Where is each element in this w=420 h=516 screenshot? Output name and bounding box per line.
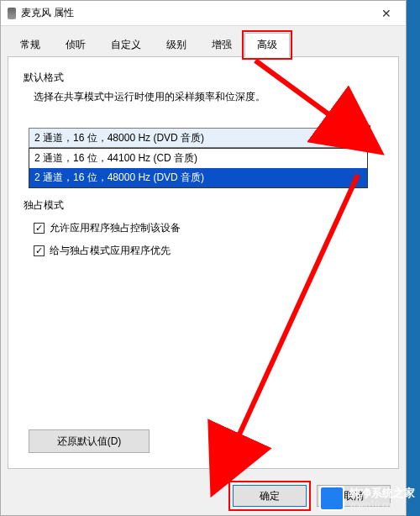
default-format-desc: 选择在共享模式中运行时使用的采样频率和位深度。 — [34, 90, 383, 104]
tab-advanced[interactable]: 高级 — [244, 33, 290, 57]
exclusive-priority-row: ✓ 给与独占模式应用程序优先 — [34, 244, 383, 258]
restore-defaults-button[interactable]: 还原默认值(D) — [29, 429, 150, 453]
exclusive-control-checkbox[interactable]: ✓ — [34, 223, 45, 234]
watermark-url: ycwin10.com — [349, 500, 415, 510]
sample-rate-selected: 2 通道，16 位，48000 Hz (DVD 音质) — [34, 131, 204, 145]
tab-listen[interactable]: 侦听 — [53, 33, 98, 56]
ok-button[interactable]: 确定 — [233, 485, 307, 507]
sample-rate-dropdown[interactable]: 2 通道，16 位，44100 Hz (CD 音质) 2 通道，16 位，480… — [29, 148, 368, 188]
watermark-logo-icon — [319, 486, 344, 511]
titlebar: 麦克风 属性 ✕ — [1, 1, 406, 26]
exclusive-control-label: 允许应用程序独占控制该设备 — [50, 221, 181, 235]
watermark-title: 纯净系统之家 — [349, 487, 415, 500]
chevron-down-icon[interactable]: ▾ — [350, 129, 367, 147]
sample-rate-option[interactable]: 2 通道，16 位，44100 Hz (CD 音质) — [29, 149, 367, 168]
default-format-label: 默认格式 — [24, 71, 383, 85]
exclusive-priority-label: 给与独占模式应用程序优先 — [50, 244, 171, 258]
microphone-icon — [8, 8, 16, 19]
tab-enhance[interactable]: 增强 — [199, 33, 244, 56]
watermark: 纯净系统之家 ycwin10.com — [319, 486, 415, 511]
properties-dialog: 麦克风 属性 ✕ 常规 侦听 自定义 级别 增强 高级 默认格式 选择在共享模式… — [0, 0, 407, 516]
tab-custom[interactable]: 自定义 — [98, 33, 154, 56]
tab-strip: 常规 侦听 自定义 级别 增强 高级 — [8, 33, 399, 57]
exclusive-priority-checkbox[interactable]: ✓ — [34, 245, 45, 256]
close-button[interactable]: ✕ — [367, 1, 406, 26]
exclusive-mode-label: 独占模式 — [24, 198, 383, 213]
advanced-panel: 默认格式 选择在共享模式中运行时使用的采样频率和位深度。 2 通道，16 位，4… — [8, 57, 399, 469]
exclusive-control-row: ✓ 允许应用程序独占控制该设备 — [34, 221, 383, 235]
tab-general[interactable]: 常规 — [8, 33, 53, 56]
sample-rate-combo[interactable]: 2 通道，16 位，48000 Hz (DVD 音质) ▾ — [29, 128, 368, 148]
window-title: 麦克风 属性 — [21, 6, 367, 20]
sample-rate-option[interactable]: 2 通道，16 位，48000 Hz (DVD 音质) — [29, 168, 367, 187]
tab-levels[interactable]: 级别 — [154, 33, 199, 56]
